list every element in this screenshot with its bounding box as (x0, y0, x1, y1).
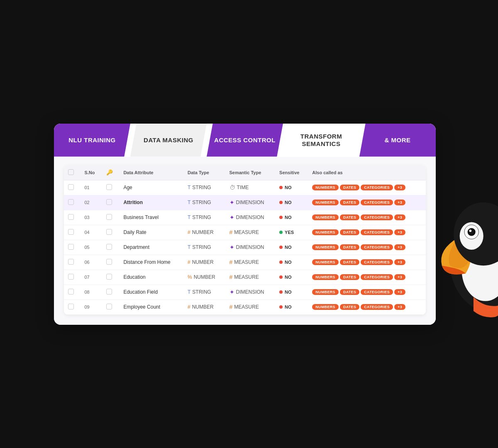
row-icon-cell (102, 180, 120, 195)
tab-more[interactable]: & MORE (359, 124, 436, 157)
table-header-row: S.No 🔑 Data Attribute Data Type Semantic… (64, 165, 426, 180)
row-also-called: NUMBERSDATESCATEGORIES+3 (308, 195, 426, 210)
row-sensitive: NO (275, 255, 308, 270)
data-type-icon: T (188, 200, 190, 205)
row-icon-cell (102, 225, 120, 240)
row-semantic-type: ⏱ TIME (225, 180, 276, 195)
also-called-tag: NUMBERS (312, 304, 339, 310)
table-row: 09 Employee Count # NUMBER # MEASURE NO (64, 299, 426, 314)
row-data-type: T STRING (183, 195, 225, 210)
row-icon-checkbox[interactable] (106, 244, 112, 250)
sem-type-label: TIME (237, 185, 249, 190)
also-called-tag: DATES (340, 214, 359, 220)
data-type-label: STRING (192, 185, 211, 190)
row-also-called: NUMBERSDATESCATEGORIES+3 (308, 255, 426, 270)
row-data-type: # NUMBER (183, 299, 225, 314)
row-attribute: Daily Rate (119, 225, 183, 240)
row-checkbox-cell (64, 210, 80, 225)
table-row: 06 Distance From Home # NUMBER # MEASURE… (64, 255, 426, 270)
sem-type-label: MEASURE (234, 304, 259, 310)
sem-type-label: MEASURE (234, 229, 259, 235)
row-sensitive: NO (275, 210, 308, 225)
row-attribute: Education (119, 270, 183, 285)
row-icon-checkbox[interactable] (106, 304, 112, 309)
also-called-tag: DATES (340, 289, 359, 295)
row-checkbox[interactable] (68, 259, 74, 265)
row-checkbox[interactable] (68, 244, 74, 250)
row-data-type: T STRING (183, 180, 225, 195)
data-type-label: NUMBER (194, 274, 215, 280)
row-data-type: T STRING (183, 240, 225, 255)
also-called-tag: NUMBERS (312, 244, 339, 250)
data-type-label: NUMBER (192, 229, 214, 235)
sem-type-label: DIMENSION (236, 244, 264, 250)
row-semantic-type: # MEASURE (225, 255, 276, 270)
row-checkbox[interactable] (68, 274, 74, 280)
row-checkbox-cell (64, 270, 80, 285)
tab-bar: NLU TRAINING DATA MASKING ACCESS CONTROL… (54, 124, 436, 157)
table-row: 05 Department T STRING ✦ DIMENSION NO (64, 240, 426, 255)
data-type-icon: # (188, 229, 190, 235)
row-semantic-type: ✦ DIMENSION (225, 210, 276, 225)
tab-access[interactable]: ACCESS CONTROL (207, 124, 283, 157)
also-called-tag: +3 (394, 185, 405, 190)
sensitive-dot (279, 186, 283, 189)
row-sno: 04 (80, 225, 102, 240)
data-type-icon: # (188, 259, 190, 265)
col-sensitive: Sensitive (275, 165, 308, 180)
also-called-tag: DATES (340, 185, 359, 190)
also-called-tag: CATEGORIES (361, 259, 393, 265)
col-semantic-type: Semantic Type (225, 165, 276, 180)
col-sno: S.No (80, 165, 102, 180)
row-icon-checkbox[interactable] (106, 289, 112, 295)
also-called-tag: +3 (394, 229, 405, 235)
header-checkbox[interactable] (68, 169, 74, 175)
row-semantic-type: # MEASURE (225, 270, 276, 285)
row-attribute: Business Travel (119, 210, 183, 225)
col-checkbox (64, 165, 80, 180)
also-called-tag: DATES (340, 259, 359, 265)
row-checkbox[interactable] (68, 214, 74, 220)
row-icon-checkbox[interactable] (106, 274, 112, 280)
row-icon-cell (102, 285, 120, 299)
tab-transform[interactable]: TRANSFORM SEMANTICS (283, 124, 359, 157)
row-checkbox-cell (64, 195, 80, 210)
tab-masking-label: DATA MASKING (144, 136, 193, 144)
row-sno: 03 (80, 210, 102, 225)
row-icon-checkbox[interactable] (106, 214, 112, 220)
row-checkbox[interactable] (68, 229, 74, 235)
row-checkbox[interactable] (68, 304, 74, 309)
row-sensitive: NO (275, 240, 308, 255)
row-icon-checkbox[interactable] (106, 229, 112, 235)
row-icon-checkbox[interactable] (106, 259, 112, 265)
row-checkbox-cell (64, 240, 80, 255)
sem-type-icon: ⏱ (229, 184, 235, 191)
row-data-type: # NUMBER (183, 225, 225, 240)
row-also-called: NUMBERSDATESCATEGORIES+3 (308, 285, 426, 299)
row-checkbox[interactable] (68, 289, 74, 295)
table-row: 04 Daily Rate # NUMBER # MEASURE YES (64, 225, 426, 240)
tab-nlu[interactable]: NLU TRAINING (54, 124, 130, 157)
row-checkbox[interactable] (68, 199, 74, 205)
also-called-tag: NUMBERS (312, 214, 339, 220)
sensitive-label: NO (285, 200, 292, 205)
col-also-called: Also called as (308, 165, 426, 180)
also-called-tag: DATES (340, 244, 359, 250)
row-icon-checkbox[interactable] (106, 184, 112, 190)
tab-masking[interactable]: DATA MASKING (130, 124, 207, 157)
data-type-label: STRING (192, 244, 211, 250)
table-row: 01 Age T STRING ⏱ TIME NO (64, 180, 426, 195)
also-called-tag: NUMBERS (312, 259, 339, 265)
sensitive-label: YES (285, 230, 294, 235)
also-called-tag: CATEGORIES (361, 304, 393, 310)
row-attribute: Attrition (119, 195, 183, 210)
also-called-tag: DATES (340, 200, 359, 205)
data-type-icon: # (188, 304, 190, 310)
also-called-tag: NUMBERS (312, 200, 339, 205)
row-icon-checkbox[interactable] (106, 199, 112, 205)
also-called-tag: +3 (394, 304, 405, 310)
also-called-tag: CATEGORIES (361, 200, 393, 205)
row-attribute: Department (119, 240, 183, 255)
row-checkbox[interactable] (68, 184, 74, 190)
row-attribute: Education Field (119, 285, 183, 299)
